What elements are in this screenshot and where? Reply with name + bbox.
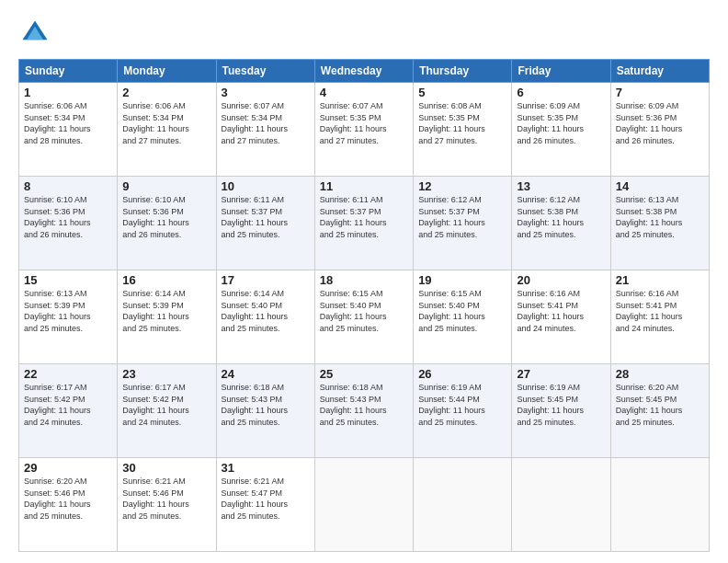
day-info: Sunrise: 6:15 AM Sunset: 5:40 PM Dayligh… xyxy=(320,288,408,334)
calendar-cell: 26Sunrise: 6:19 AM Sunset: 5:44 PM Dayli… xyxy=(414,364,512,458)
day-number: 14 xyxy=(616,179,704,193)
day-info: Sunrise: 6:17 AM Sunset: 5:42 PM Dayligh… xyxy=(24,382,112,428)
calendar-cell: 12Sunrise: 6:12 AM Sunset: 5:37 PM Dayli… xyxy=(414,177,512,270)
day-number: 13 xyxy=(517,179,605,193)
calendar-cell: 5Sunrise: 6:08 AM Sunset: 5:35 PM Daylig… xyxy=(414,83,512,177)
day-header-tuesday: Tuesday xyxy=(216,60,314,83)
day-info: Sunrise: 6:06 AM Sunset: 5:34 PM Dayligh… xyxy=(122,100,210,146)
calendar-cell: 24Sunrise: 6:18 AM Sunset: 5:43 PM Dayli… xyxy=(216,364,314,458)
day-info: Sunrise: 6:21 AM Sunset: 5:46 PM Dayligh… xyxy=(122,476,210,522)
day-header-thursday: Thursday xyxy=(414,60,512,83)
day-header-friday: Friday xyxy=(512,60,610,83)
page: SundayMondayTuesdayWednesdayThursdayFrid… xyxy=(0,0,728,563)
day-number: 21 xyxy=(616,273,704,287)
day-number: 1 xyxy=(24,86,112,99)
calendar-cell: 30Sunrise: 6:21 AM Sunset: 5:46 PM Dayli… xyxy=(118,458,216,552)
day-info: Sunrise: 6:18 AM Sunset: 5:43 PM Dayligh… xyxy=(320,382,408,428)
day-number: 15 xyxy=(24,273,112,287)
week-row-3: 15Sunrise: 6:13 AM Sunset: 5:39 PM Dayli… xyxy=(19,270,710,364)
day-number: 18 xyxy=(320,273,408,287)
day-number: 29 xyxy=(24,461,112,475)
calendar-cell: 3Sunrise: 6:07 AM Sunset: 5:34 PM Daylig… xyxy=(216,83,314,177)
calendar-cell: 7Sunrise: 6:09 AM Sunset: 5:36 PM Daylig… xyxy=(610,83,709,177)
day-info: Sunrise: 6:20 AM Sunset: 5:46 PM Dayligh… xyxy=(24,476,112,522)
day-info: Sunrise: 6:10 AM Sunset: 5:36 PM Dayligh… xyxy=(122,194,210,240)
week-row-1: 1Sunrise: 6:06 AM Sunset: 5:34 PM Daylig… xyxy=(19,83,710,177)
day-info: Sunrise: 6:12 AM Sunset: 5:37 PM Dayligh… xyxy=(418,194,506,240)
day-header-sunday: Sunday xyxy=(19,60,118,83)
day-info: Sunrise: 6:20 AM Sunset: 5:45 PM Dayligh… xyxy=(616,382,704,428)
day-info: Sunrise: 6:13 AM Sunset: 5:39 PM Dayligh… xyxy=(24,288,112,334)
calendar-cell: 11Sunrise: 6:11 AM Sunset: 5:37 PM Dayli… xyxy=(314,177,413,270)
day-info: Sunrise: 6:11 AM Sunset: 5:37 PM Dayligh… xyxy=(320,194,408,240)
calendar-cell xyxy=(610,458,709,552)
day-info: Sunrise: 6:13 AM Sunset: 5:38 PM Dayligh… xyxy=(616,194,704,240)
calendar-cell xyxy=(414,458,512,552)
day-info: Sunrise: 6:12 AM Sunset: 5:38 PM Dayligh… xyxy=(517,194,605,240)
day-number: 27 xyxy=(517,367,605,381)
day-number: 30 xyxy=(122,461,210,475)
day-number: 9 xyxy=(122,179,210,193)
day-number: 2 xyxy=(122,86,210,99)
calendar-cell: 31Sunrise: 6:21 AM Sunset: 5:47 PM Dayli… xyxy=(216,458,314,552)
calendar-cell: 16Sunrise: 6:14 AM Sunset: 5:39 PM Dayli… xyxy=(118,270,216,364)
day-info: Sunrise: 6:06 AM Sunset: 5:34 PM Dayligh… xyxy=(24,100,112,146)
week-row-5: 29Sunrise: 6:20 AM Sunset: 5:46 PM Dayli… xyxy=(19,458,710,552)
day-info: Sunrise: 6:14 AM Sunset: 5:40 PM Dayligh… xyxy=(222,288,310,334)
day-header-monday: Monday xyxy=(118,60,216,83)
calendar-cell: 15Sunrise: 6:13 AM Sunset: 5:39 PM Dayli… xyxy=(19,270,118,364)
day-number: 7 xyxy=(616,86,704,99)
calendar-cell: 27Sunrise: 6:19 AM Sunset: 5:45 PM Dayli… xyxy=(512,364,610,458)
calendar-cell: 10Sunrise: 6:11 AM Sunset: 5:37 PM Dayli… xyxy=(216,177,314,270)
week-row-4: 22Sunrise: 6:17 AM Sunset: 5:42 PM Dayli… xyxy=(19,364,710,458)
calendar-table: SundayMondayTuesdayWednesdayThursdayFrid… xyxy=(18,59,710,552)
day-number: 28 xyxy=(616,367,704,381)
logo-icon xyxy=(18,17,51,50)
day-info: Sunrise: 6:10 AM Sunset: 5:36 PM Dayligh… xyxy=(24,194,112,240)
calendar-cell: 2Sunrise: 6:06 AM Sunset: 5:34 PM Daylig… xyxy=(118,83,216,177)
calendar-cell: 8Sunrise: 6:10 AM Sunset: 5:36 PM Daylig… xyxy=(19,177,118,270)
day-info: Sunrise: 6:16 AM Sunset: 5:41 PM Dayligh… xyxy=(616,288,704,334)
day-number: 10 xyxy=(222,179,310,193)
calendar-cell: 29Sunrise: 6:20 AM Sunset: 5:46 PM Dayli… xyxy=(19,458,118,552)
day-number: 12 xyxy=(418,179,506,193)
day-number: 4 xyxy=(320,86,408,99)
day-number: 24 xyxy=(222,367,310,381)
day-header-saturday: Saturday xyxy=(610,60,709,83)
day-number: 16 xyxy=(122,273,210,287)
day-number: 3 xyxy=(222,86,310,99)
calendar-cell: 28Sunrise: 6:20 AM Sunset: 5:45 PM Dayli… xyxy=(610,364,709,458)
day-number: 11 xyxy=(320,179,408,193)
calendar-cell: 4Sunrise: 6:07 AM Sunset: 5:35 PM Daylig… xyxy=(314,83,413,177)
week-row-2: 8Sunrise: 6:10 AM Sunset: 5:36 PM Daylig… xyxy=(19,177,710,270)
calendar-cell: 22Sunrise: 6:17 AM Sunset: 5:42 PM Dayli… xyxy=(19,364,118,458)
day-info: Sunrise: 6:19 AM Sunset: 5:44 PM Dayligh… xyxy=(418,382,506,428)
calendar-cell: 13Sunrise: 6:12 AM Sunset: 5:38 PM Dayli… xyxy=(512,177,610,270)
calendar-cell xyxy=(512,458,610,552)
day-info: Sunrise: 6:14 AM Sunset: 5:39 PM Dayligh… xyxy=(122,288,210,334)
day-info: Sunrise: 6:19 AM Sunset: 5:45 PM Dayligh… xyxy=(517,382,605,428)
calendar-cell: 18Sunrise: 6:15 AM Sunset: 5:40 PM Dayli… xyxy=(314,270,413,364)
day-info: Sunrise: 6:11 AM Sunset: 5:37 PM Dayligh… xyxy=(222,194,310,240)
calendar-cell xyxy=(314,458,413,552)
day-number: 17 xyxy=(222,273,310,287)
day-info: Sunrise: 6:17 AM Sunset: 5:42 PM Dayligh… xyxy=(122,382,210,428)
day-number: 25 xyxy=(320,367,408,381)
day-number: 6 xyxy=(517,86,605,99)
day-number: 5 xyxy=(418,86,506,99)
day-number: 31 xyxy=(222,461,310,475)
calendar-cell: 6Sunrise: 6:09 AM Sunset: 5:35 PM Daylig… xyxy=(512,83,610,177)
calendar-cell: 21Sunrise: 6:16 AM Sunset: 5:41 PM Dayli… xyxy=(610,270,709,364)
day-number: 20 xyxy=(517,273,605,287)
calendar-cell: 20Sunrise: 6:16 AM Sunset: 5:41 PM Dayli… xyxy=(512,270,610,364)
day-number: 26 xyxy=(418,367,506,381)
calendar-cell: 19Sunrise: 6:15 AM Sunset: 5:40 PM Dayli… xyxy=(414,270,512,364)
calendar-cell: 17Sunrise: 6:14 AM Sunset: 5:40 PM Dayli… xyxy=(216,270,314,364)
calendar-cell: 25Sunrise: 6:18 AM Sunset: 5:43 PM Dayli… xyxy=(314,364,413,458)
day-info: Sunrise: 6:21 AM Sunset: 5:47 PM Dayligh… xyxy=(222,476,310,522)
day-info: Sunrise: 6:08 AM Sunset: 5:35 PM Dayligh… xyxy=(418,100,506,146)
calendar-cell: 9Sunrise: 6:10 AM Sunset: 5:36 PM Daylig… xyxy=(118,177,216,270)
day-header-wednesday: Wednesday xyxy=(314,60,413,83)
day-number: 19 xyxy=(418,273,506,287)
day-info: Sunrise: 6:07 AM Sunset: 5:35 PM Dayligh… xyxy=(320,100,408,146)
